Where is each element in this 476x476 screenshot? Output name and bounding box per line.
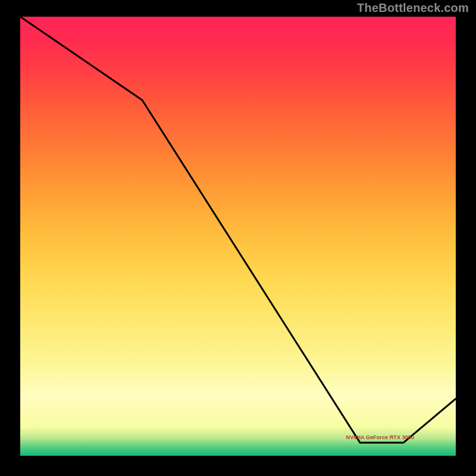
bottleneck-curve [20, 17, 456, 456]
chart-frame: TheBottleneck.com NVIDIA GeForce RTX 308… [0, 0, 476, 476]
plot-area: NVIDIA GeForce RTX 3080 [20, 17, 456, 456]
attribution-text: TheBottleneck.com [357, 1, 469, 15]
gpu-annotation-label: NVIDIA GeForce RTX 3080 [346, 434, 415, 440]
